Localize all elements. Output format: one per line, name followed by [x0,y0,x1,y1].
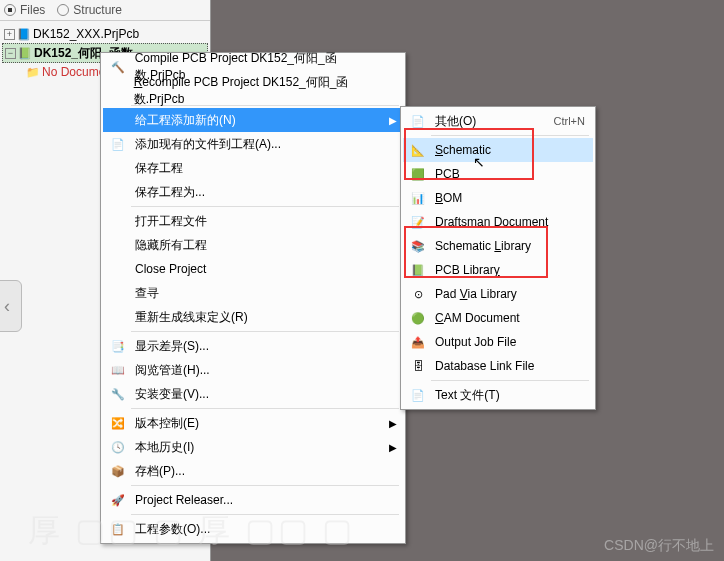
submenu-arrow-icon: ▶ [389,115,397,126]
panel-tabs: Files Structure [0,0,210,21]
archive-icon: 📦 [107,464,129,478]
submenu-pcb[interactable]: 🟩PCB [403,162,593,186]
bom-icon: 📊 [407,191,429,205]
menu-vars[interactable]: 🔧安装变量(V)... [103,382,403,406]
cam-icon: 🟢 [407,311,429,325]
saveas-label: 保存工程为... [135,184,205,201]
text-icon: 📄 [407,388,429,402]
save-label: 保存工程 [135,160,183,177]
expand-icon[interactable]: + [4,29,15,40]
find-label: 查寻 [135,285,159,302]
diff-label: 显示差异(S)... [135,338,209,355]
background-text: 厚 ▢▢ ▢ 厚 ▢▢ ▢ [28,509,355,553]
history-label: 本地历史(I) [135,439,194,456]
schematic-icon: 📐 [407,143,429,157]
menu-open[interactable]: 打开工程文件 [103,209,403,233]
archive-label: 存档(P)... [135,463,185,480]
structure-radio[interactable] [57,4,69,16]
submenu-padvia[interactable]: ⊙Pad Via Library [403,282,593,306]
schematic-label: Schematic [435,143,491,157]
separator [131,331,399,332]
collapse-icon[interactable]: − [5,48,16,59]
diff-icon: 📑 [107,339,129,353]
submenu-text[interactable]: 📄Text 文件(T) [403,383,593,407]
close-label: Close Project [135,262,206,276]
menu-vcs[interactable]: 🔀版本控制(E)▶ [103,411,403,435]
menu-find[interactable]: 查寻 [103,281,403,305]
menu-hide[interactable]: 隐藏所有工程 [103,233,403,257]
folder-icon: 📁 [26,65,40,79]
separator [131,485,399,486]
submenu-schlib[interactable]: 📚Schematic Library [403,234,593,258]
blank-icon [107,161,129,175]
doc-icon: 📄 [407,114,429,128]
pcblib-label: PCB Library [435,263,500,277]
menu-read[interactable]: 📖阅览管道(H)... [103,358,403,382]
menu-close[interactable]: Close Project [103,257,403,281]
menu-recompile[interactable]: Recompile PCB Project DK152_何阳_函数.PrjPcb [103,79,403,103]
schlib-label: Schematic Library [435,239,531,253]
releaser-icon: 🚀 [107,493,129,507]
separator [131,206,399,207]
releaser-label: Project Releaser... [135,493,233,507]
read-label: 阅览管道(H)... [135,362,210,379]
outjob-icon: 📤 [407,335,429,349]
files-label: Files [20,3,45,17]
menu-add-existing[interactable]: 📄添加现有的文件到工程(A)... [103,132,403,156]
separator [431,135,589,136]
submenu-bom[interactable]: 📊BOM [403,186,593,210]
submenu-outjob[interactable]: 📤Output Job File [403,330,593,354]
vars-icon: 🔧 [107,387,129,401]
menu-archive[interactable]: 📦存档(P)... [103,459,403,483]
submenu-cam[interactable]: 🟢CAM Document [403,306,593,330]
context-menu: 🔨Compile PCB Project DK152_何阳_函数.PrjPcb … [100,52,406,544]
menu-add-new[interactable]: 给工程添加新的(N)▶ [103,108,403,132]
blank-icon [107,238,129,252]
project-icon: 📗 [18,46,32,60]
blank-icon [107,84,128,98]
pcblib-icon: 📗 [407,263,429,277]
submenu-arrow-icon: ▶ [389,418,397,429]
addnew-label: 给工程添加新的(N) [135,112,236,129]
blank-icon [107,214,129,228]
blank-icon [107,262,129,276]
separator [431,380,589,381]
padvia-label: Pad Via Library [435,287,517,301]
vcs-label: 版本控制(E) [135,415,199,432]
blank-icon [107,286,129,300]
menu-regen[interactable]: 重新生成线束定义(R) [103,305,403,329]
blank-icon [107,113,129,127]
bom-label: BOM [435,191,462,205]
other-hotkey: Ctrl+N [554,115,585,127]
proj1-label: DK152_XXX.PrjPcb [33,27,139,41]
text-label: Text 文件(T) [435,387,500,404]
menu-history[interactable]: 🕓本地历史(I)▶ [103,435,403,459]
schlib-icon: 📚 [407,239,429,253]
menu-save[interactable]: 保存工程 [103,156,403,180]
add-icon: 📄 [107,137,129,151]
dblink-icon: 🗄 [407,359,429,373]
structure-label: Structure [73,3,122,17]
vcs-icon: 🔀 [107,416,129,430]
outjob-label: Output Job File [435,335,516,349]
pcb-icon: 🟩 [407,167,429,181]
cam-label: CAM Document [435,311,520,325]
menu-diff[interactable]: 📑显示差异(S)... [103,334,403,358]
blank-icon [107,310,129,324]
menu-saveas[interactable]: 保存工程为... [103,180,403,204]
submenu-add-new: 📄其他(O)Ctrl+N 📐Schematic 🟩PCB 📊BOM 📝Draft… [400,106,596,410]
watermark: CSDN@行不地上 [604,537,714,555]
submenu-pcblib[interactable]: 📗PCB Library [403,258,593,282]
panel-collapse-chevron[interactable]: ‹ [0,280,22,332]
separator [131,408,399,409]
submenu-schematic[interactable]: 📐Schematic [403,138,593,162]
submenu-dblink[interactable]: 🗄Database Link File [403,354,593,378]
recompile-label: Recompile PCB Project DK152_何阳_函数.PrjPcb [134,74,383,108]
pcb-label: PCB [435,167,460,181]
submenu-other[interactable]: 📄其他(O)Ctrl+N [403,109,593,133]
submenu-draftsman[interactable]: 📝Draftsman Document [403,210,593,234]
padvia-icon: ⊙ [407,287,429,301]
files-radio[interactable] [4,4,16,16]
addexist-label: 添加现有的文件到工程(A)... [135,136,281,153]
tree-item-proj1[interactable]: + 📘 DK152_XXX.PrjPcb [2,25,208,43]
